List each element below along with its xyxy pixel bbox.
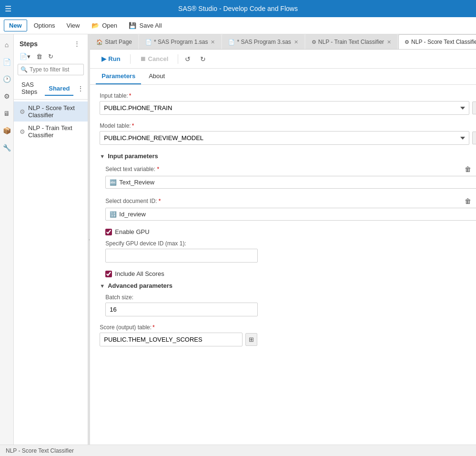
text-variable-field: 🔤 Text_Review bbox=[105, 176, 476, 189]
steps-item-train[interactable]: ⚙ NLP - Train Text Classifier bbox=[14, 122, 88, 142]
tab-sas-steps[interactable]: SAS Steps bbox=[18, 78, 41, 99]
include-scores-checkbox[interactable] bbox=[105, 271, 112, 277]
input-table-browse-btn[interactable]: ⊞ bbox=[472, 101, 476, 114]
step-icon-train: ⚙ bbox=[20, 128, 25, 135]
sidebar-home-icon[interactable]: ⌂ bbox=[0, 38, 13, 51]
model-table-browse-btn[interactable]: ⊞ bbox=[472, 132, 476, 144]
redo-icon[interactable]: ↻ bbox=[197, 54, 209, 64]
open-button[interactable]: 📂 Open bbox=[87, 20, 122, 31]
tab-start-icon: 🏠 bbox=[96, 39, 103, 45]
steps-tabs: SAS Steps Shared ⋮ bbox=[14, 78, 88, 100]
doc-id-icon: 🔢 bbox=[110, 211, 117, 218]
tab-train-close[interactable]: ✕ bbox=[387, 39, 391, 45]
topbar-title: SAS® Studio - Develop Code and Flows bbox=[178, 5, 298, 12]
sidebar-history-icon[interactable]: 🕐 bbox=[0, 72, 13, 86]
tab-start-page[interactable]: 🏠 Start Page bbox=[90, 34, 138, 49]
output-table-input[interactable] bbox=[100, 333, 243, 346]
sidebar-file-icon[interactable]: 📄 bbox=[0, 55, 13, 69]
sidebar-settings-icon[interactable]: ⚙ bbox=[0, 90, 13, 103]
doc-id-delete-btn[interactable]: 🗑 bbox=[463, 196, 473, 206]
output-table-label: Score (output) table: * bbox=[100, 324, 476, 331]
statusbar-text: NLP - Score Text Classifier bbox=[6, 447, 74, 454]
sidebar-build-icon[interactable]: 🔧 bbox=[0, 141, 13, 154]
batch-size-group: Batch size: bbox=[105, 294, 476, 316]
search-icon: 🔍 bbox=[20, 66, 28, 73]
steps-panel: Steps ⋮ 📄▾ 🗑 ↻ 🔍 SAS Steps Shared ⋮ ⚙ NL… bbox=[14, 34, 88, 445]
topbar: ☰ SAS® Studio - Develop Code and Flows bbox=[0, 0, 476, 17]
new-button[interactable]: New bbox=[4, 20, 27, 31]
output-table-row: ⊞ bbox=[100, 333, 476, 346]
sidebar-server-icon[interactable]: 🖥 bbox=[0, 107, 13, 120]
statusbar: NLP - Score Text Classifier bbox=[0, 445, 476, 456]
enable-gpu-label[interactable]: Enable GPU bbox=[115, 228, 149, 235]
tab-nlp-score[interactable]: ⚙ NLP - Score Text Classifier ✕ bbox=[398, 34, 476, 49]
steps-header: Steps ⋮ bbox=[14, 34, 88, 51]
advanced-params-chevron: ▼ bbox=[100, 283, 105, 289]
input-table-label: Input table: * bbox=[100, 92, 476, 99]
tabs-bar: 🏠 Start Page 📄 * SAS Program 1.sas ✕ 📄 *… bbox=[90, 34, 476, 50]
input-params-section-header[interactable]: ▼ Input parameters bbox=[100, 152, 476, 160]
model-table-required: * bbox=[132, 122, 134, 129]
steps-tabs-more-icon[interactable]: ⋮ bbox=[77, 85, 84, 92]
steps-list: ⚙ NLP - Score Text Classifier ⚙ NLP - Tr… bbox=[14, 100, 88, 445]
input-params-body: Select text variable: * 🗑 ＋ 🔤 Text_Revie… bbox=[100, 164, 476, 277]
enable-gpu-checkbox[interactable] bbox=[105, 229, 112, 235]
gpu-device-input[interactable] bbox=[105, 249, 258, 263]
toolbar-divider-2 bbox=[178, 54, 178, 64]
include-scores-row: Include All Scores bbox=[105, 270, 476, 277]
steps-item-score[interactable]: ⚙ NLP - Score Text Classifier bbox=[14, 101, 88, 122]
tab-sas-program-1[interactable]: 📄 * SAS Program 1.sas ✕ bbox=[139, 34, 221, 49]
options-button[interactable]: Options bbox=[29, 20, 60, 31]
tab-sas-program-3[interactable]: 📄 * SAS Program 3.sas ✕ bbox=[222, 34, 304, 49]
advanced-params-section-header[interactable]: ▼ Advanced parameters bbox=[100, 282, 476, 289]
steps-more-icon[interactable]: ⋮ bbox=[72, 39, 82, 48]
doc-id-field: 🔢 Id_review bbox=[105, 208, 476, 221]
panel-divider[interactable]: ··· bbox=[88, 34, 90, 445]
hamburger-icon[interactable]: ☰ bbox=[5, 4, 11, 13]
steps-new-icon[interactable]: 📄▾ bbox=[18, 52, 32, 61]
steps-title: Steps bbox=[20, 40, 38, 48]
model-table-label: Model table: * bbox=[100, 122, 476, 129]
sidebar-package-icon[interactable]: 📦 bbox=[0, 124, 13, 137]
param-tab-parameters[interactable]: Parameters bbox=[96, 69, 141, 84]
text-var-icon: 🔤 bbox=[110, 179, 117, 186]
run-button[interactable]: ▶ Run bbox=[96, 53, 126, 64]
doc-id-group: Select document ID: * 🗑 ＋ 🔢 Id_review bbox=[105, 196, 476, 221]
tab-train-icon: ⚙ bbox=[312, 39, 316, 45]
batch-size-input[interactable] bbox=[105, 303, 258, 316]
steps-delete-icon[interactable]: 🗑 bbox=[34, 52, 44, 61]
gpu-device-label: Specify GPU device ID (max 1): bbox=[105, 240, 476, 247]
cancel-button[interactable]: ⏹ Cancel bbox=[134, 53, 174, 64]
tab-nlp-train[interactable]: ⚙ NLP - Train Text Classifier ✕ bbox=[305, 34, 397, 49]
text-var-actions: 🗑 ＋ bbox=[463, 164, 476, 174]
enable-gpu-row: Enable GPU bbox=[105, 228, 476, 235]
tab-prog1-close[interactable]: ✕ bbox=[211, 39, 215, 45]
tab-shared[interactable]: Shared bbox=[45, 82, 73, 96]
param-tab-about[interactable]: About bbox=[143, 69, 171, 84]
save-icon: 💾 bbox=[129, 22, 136, 29]
tab-prog3-close[interactable]: ✕ bbox=[294, 39, 298, 45]
steps-refresh-icon[interactable]: ↻ bbox=[46, 52, 55, 61]
save-all-button[interactable]: 💾 Save All bbox=[124, 20, 167, 31]
input-table-group: Input table: * PUBLIC.PHONE_TRAIN ⊞ bbox=[100, 92, 476, 115]
model-table-group: Model table: * PUBLIC.PHONE_REVIEW_MODEL… bbox=[100, 122, 476, 145]
toolbar-divider-1 bbox=[130, 54, 131, 64]
model-table-select[interactable]: PUBLIC.PHONE_REVIEW_MODEL bbox=[100, 131, 469, 145]
undo-icon[interactable]: ↺ bbox=[182, 54, 193, 64]
view-button[interactable]: View bbox=[62, 20, 85, 31]
steps-toolbar: 📄▾ 🗑 ↻ bbox=[14, 51, 88, 64]
tab-score-icon: ⚙ bbox=[405, 39, 409, 45]
doc-id-required: * bbox=[159, 198, 161, 204]
doc-id-label-row: Select document ID: * 🗑 ＋ bbox=[105, 196, 476, 206]
content-toolbar: ▶ Run ⏹ Cancel ↺ ↻ bbox=[90, 50, 476, 69]
input-params-chevron: ▼ bbox=[100, 153, 105, 159]
run-icon: ▶ bbox=[101, 55, 106, 62]
text-var-delete-btn[interactable]: 🗑 bbox=[463, 164, 473, 174]
input-table-select[interactable]: PUBLIC.PHONE_TRAIN bbox=[100, 101, 469, 115]
steps-search: 🔍 bbox=[18, 64, 84, 75]
text-var-required: * bbox=[157, 166, 159, 172]
output-table-browse-btn[interactable]: ⊞ bbox=[245, 333, 257, 346]
include-scores-label[interactable]: Include All Scores bbox=[115, 270, 164, 277]
text-variable-label-row: Select text variable: * 🗑 ＋ bbox=[105, 164, 476, 174]
open-icon: 📂 bbox=[91, 22, 99, 29]
